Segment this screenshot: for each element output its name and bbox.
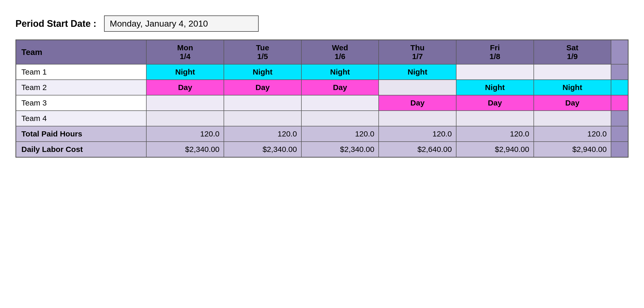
total-hours-day2: 120.0 [301,126,379,142]
day-name-thu: Thu [410,43,425,52]
shift-cell-team3-day6[interactable] [611,95,628,111]
shift-cell-team4-day4[interactable] [456,111,534,126]
daily-cost-day2: $2,340.00 [301,142,379,157]
shift-cell-team1-day1[interactable]: Night [224,64,301,80]
daily-cost-day3: $2,640.00 [379,142,456,157]
shift-cell-team4-day6[interactable] [611,111,628,126]
daily-labor-cost-row: Daily Labor Cost$2,340.00$2,340.00$2,340… [16,142,628,157]
shift-cell-team1-day0[interactable]: Night [146,64,224,80]
shift-cell-team1-day3[interactable]: Night [379,64,456,80]
shift-cell-team3-day3[interactable]: Day [379,95,456,111]
day-name-sat: Sat [566,43,578,52]
shift-cell-team4-day0[interactable] [146,111,224,126]
total-paid-hours-row: Total Paid Hours120.0120.0120.0120.0120.… [16,126,628,142]
col-header-tue: Tue 1/5 [224,40,301,64]
shift-cell-team3-day1[interactable] [224,95,301,111]
period-start-section: Period Start Date : Monday, January 4, 2… [15,15,629,32]
total-hours-day1: 120.0 [224,126,301,142]
table-row: Team 1NightNightNightNight [16,64,628,80]
shift-cell-team2-day2[interactable]: Day [301,80,379,95]
day-date-wed: 1/6 [335,52,345,61]
day-date-thu: 1/7 [412,52,423,61]
daily-cost-day1: $2,340.00 [224,142,301,157]
shift-cell-team4-day5[interactable] [534,111,611,126]
day-date-sat: 1/9 [567,52,578,61]
period-label: Period Start Date : [15,18,96,29]
team-name-2: Team 2 [16,80,147,95]
col-header-sat: Sat 1/9 [534,40,611,64]
shift-cell-team1-day6[interactable] [611,64,628,80]
shift-cell-team4-day2[interactable] [301,111,379,126]
daily-labor-cost-label: Daily Labor Cost [16,142,147,157]
shift-cell-team2-day6[interactable] [611,80,628,95]
table-row: Team 2DayDayDayNightNight [16,80,628,95]
shift-cell-team2-day5[interactable]: Night [534,80,611,95]
shift-cell-team2-day0[interactable]: Day [146,80,224,95]
daily-cost-day0: $2,340.00 [146,142,224,157]
total-hours-day4: 120.0 [456,126,534,142]
day-date-tue: 1/5 [257,52,268,61]
total-hours-day3: 120.0 [379,126,456,142]
schedule-table: Team Mon 1/4 Tue 1/5 Wed 1/6 Thu 1/7 Fri… [15,39,629,158]
shift-cell-team1-day2[interactable]: Night [301,64,379,80]
day-name-mon: Mon [177,43,193,52]
team-name-4: Team 4 [16,111,147,126]
day-date-mon: 1/4 [180,52,191,61]
team-column-header: Team [16,40,147,64]
col-header-partial [611,40,628,64]
shift-cell-team2-day1[interactable]: Day [224,80,301,95]
shift-cell-team2-day4[interactable]: Night [456,80,534,95]
table-row: Team 3DayDayDay [16,95,628,111]
day-date-fri: 1/8 [489,52,500,61]
shift-cell-team3-day5[interactable]: Day [534,95,611,111]
col-header-mon: Mon 1/4 [146,40,224,64]
col-header-thu: Thu 1/7 [379,40,456,64]
shift-cell-team1-day5[interactable] [534,64,611,80]
col-header-wed: Wed 1/6 [301,40,379,64]
day-name-fri: Fri [490,43,500,52]
total-paid-hours-label: Total Paid Hours [16,126,147,142]
shift-cell-team4-day1[interactable] [224,111,301,126]
period-value[interactable]: Monday, January 4, 2010 [104,15,259,32]
shift-cell-team2-day3[interactable] [379,80,456,95]
daily-cost-day6: $ [611,142,628,157]
shift-cell-team3-day2[interactable] [301,95,379,111]
shift-cell-team3-day4[interactable]: Day [456,95,534,111]
shift-cell-team1-day4[interactable] [456,64,534,80]
team-name-1: Team 1 [16,64,147,80]
daily-cost-day5: $2,940.00 [534,142,611,157]
table-header-row: Team Mon 1/4 Tue 1/5 Wed 1/6 Thu 1/7 Fri… [16,40,628,64]
shift-cell-team3-day0[interactable] [146,95,224,111]
day-name-wed: Wed [332,43,348,52]
total-hours-day0: 120.0 [146,126,224,142]
col-header-fri: Fri 1/8 [456,40,534,64]
table-row: Team 4 [16,111,628,126]
team-name-3: Team 3 [16,95,147,111]
total-hours-day6 [611,126,628,142]
daily-cost-day4: $2,940.00 [456,142,534,157]
total-hours-day5: 120.0 [534,126,611,142]
shift-cell-team4-day3[interactable] [379,111,456,126]
day-name-tue: Tue [256,43,269,52]
